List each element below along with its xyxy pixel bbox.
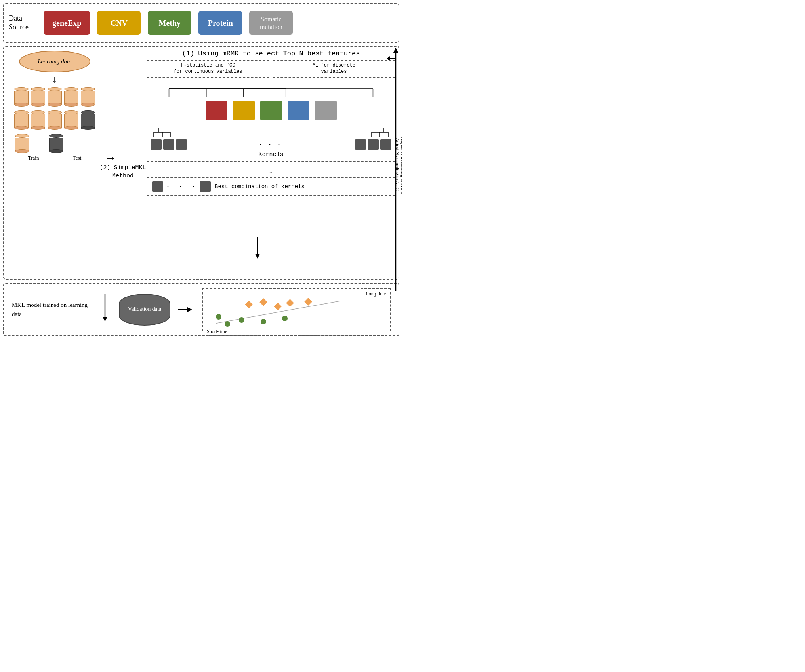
sq-cnv xyxy=(233,101,255,120)
svg-marker-28 xyxy=(103,317,107,322)
tree-area xyxy=(147,81,395,120)
survival-label: Survival prediction xyxy=(207,335,386,336)
best-combo-label: Best combination of kernels xyxy=(215,183,305,190)
circle-1 xyxy=(216,314,221,320)
k-sq-2 xyxy=(163,139,174,150)
svg-marker-30 xyxy=(187,307,192,312)
cylinder-7 xyxy=(31,110,45,130)
sq-somatic xyxy=(315,101,337,120)
data-source-label: DataSource xyxy=(9,14,36,31)
fstat-row: F-statistic and PCCfor continuous variab… xyxy=(147,60,395,78)
cylinders-row-1 xyxy=(7,87,102,107)
cylinder-2 xyxy=(31,87,45,107)
validation-data-shape: Validation data xyxy=(119,294,170,326)
cylinder-dark-1 xyxy=(81,110,95,130)
best-combo-squares: · · · xyxy=(152,181,211,192)
circle-3 xyxy=(261,319,266,324)
main-dashed-area: Adjust N according to AUC Learning data … xyxy=(3,46,399,280)
kernel-group-right xyxy=(355,139,391,150)
mkl-text: MKL model trained on learning data xyxy=(12,301,91,318)
legend-gene: geneExp xyxy=(44,11,90,35)
kernel-groups: · · · xyxy=(151,139,391,150)
right-panel: (1) Using mRMR to select Top N best feat… xyxy=(147,50,395,276)
arrow-down-1: ↓ xyxy=(7,74,102,85)
circle-5 xyxy=(282,316,288,321)
cylinder-1 xyxy=(14,87,29,107)
short-time-label: Short-time xyxy=(207,329,386,335)
circle-4 xyxy=(225,321,230,327)
scatter-plot xyxy=(207,298,386,328)
scatter-line xyxy=(207,298,386,328)
legend-cnv: CNV xyxy=(97,11,141,35)
cylinder-8 xyxy=(48,110,62,130)
kernel-group-left xyxy=(151,139,187,150)
tree-lines-svg xyxy=(147,81,395,101)
cylinder-4 xyxy=(64,87,78,107)
survival-box: Long-time Short-time xyxy=(202,288,391,331)
cylinders-row-3 xyxy=(7,134,102,153)
sq-methy xyxy=(260,101,282,120)
simplemkl-label: (2) SimpleMKL Method xyxy=(99,164,147,180)
step1-title: (1) Using mRMR to select Top N best feat… xyxy=(147,50,395,57)
cylinders-row-2 xyxy=(7,110,102,130)
legend-somatic: Somaticmutation xyxy=(249,11,293,35)
train-test-labels: Train Test xyxy=(7,155,102,161)
svg-marker-26 xyxy=(255,254,260,259)
k-sq-5 xyxy=(368,139,379,150)
page: DataSource geneExp CNV Methy Protein Som… xyxy=(0,0,402,336)
arrow-down-2: ↓ xyxy=(147,165,395,176)
kernels-box: · · · Kernels xyxy=(147,124,395,162)
best-dots: · · · xyxy=(166,182,197,191)
cylinder-5 xyxy=(81,87,95,107)
cylinder-3 xyxy=(48,87,62,107)
k-sq-4 xyxy=(355,139,366,150)
dots-mid: · · · xyxy=(259,139,282,150)
arrow-right-main: → xyxy=(105,152,116,164)
kernels-label: Kernels xyxy=(151,151,391,158)
best-sq-2 xyxy=(200,181,211,192)
svg-text:Adjust N according to AUC: Adjust N according to AUC xyxy=(395,138,400,191)
adjust-n-arrow: Adjust N according to AUC xyxy=(388,46,402,291)
cylinder-10 xyxy=(15,134,29,153)
legend-methy: Methy xyxy=(148,11,191,35)
svg-marker-33 xyxy=(393,48,398,53)
best-combo-box: · · · Best combination of kernels xyxy=(147,177,395,196)
k-sq-3 xyxy=(176,139,187,150)
cylinder-6 xyxy=(14,110,29,130)
sq-protein xyxy=(288,101,309,120)
kernel-lines-left xyxy=(151,128,198,137)
left-panel: Learning data ↓ xyxy=(7,51,102,276)
fstat-box: F-statistic and PCCfor continuous variab… xyxy=(147,60,269,78)
arrow-down-validation xyxy=(99,294,111,326)
cylinder-dark-2 xyxy=(49,134,63,153)
legend-box: DataSource geneExp CNV Methy Protein Som… xyxy=(3,3,399,43)
learning-data-shape: Learning data xyxy=(19,51,90,72)
mi-box: MI for discretevariables xyxy=(273,60,395,78)
long-time-label: Long-time xyxy=(207,291,386,297)
kernel-lines-right xyxy=(344,128,391,137)
best-sq-1 xyxy=(152,181,163,192)
arrow-right-validation xyxy=(178,304,194,316)
k-sq-1 xyxy=(151,139,162,150)
kernel-lines xyxy=(151,128,391,137)
cylinder-9 xyxy=(64,110,78,130)
legend-protein: Protein xyxy=(198,11,242,35)
bottom-section: MKL model trained on learning data Valid… xyxy=(3,283,399,336)
arrow-down-best-combo xyxy=(250,237,265,261)
sq-gene xyxy=(206,101,227,120)
squares-row xyxy=(147,101,395,120)
